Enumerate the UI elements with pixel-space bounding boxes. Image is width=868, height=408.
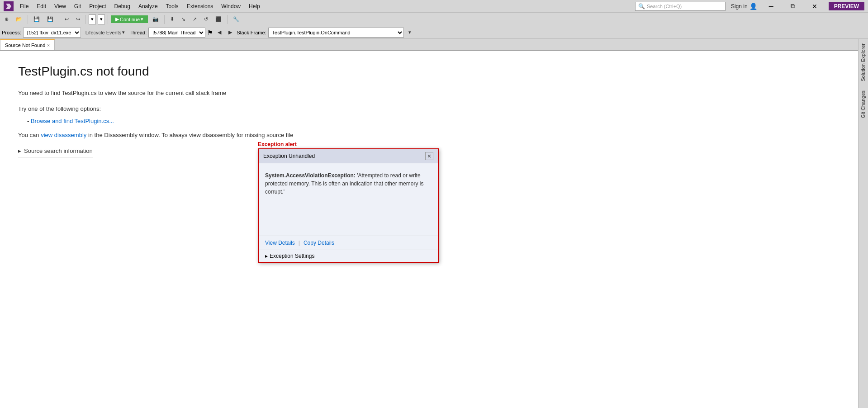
source-not-found-content: TestPlugin.cs not found You need to find… [0, 51, 858, 408]
config-value: ▾ [91, 16, 94, 22]
toolbar-sep-3 [85, 15, 86, 24]
exception-footer: View Details | Copy Details [259, 236, 438, 250]
search-box[interactable]: 🔍 Search (Ctrl+Q) [635, 2, 726, 11]
step-out-btn[interactable]: ↗ [190, 15, 199, 23]
preview-button[interactable]: PREVIEW [829, 2, 864, 10]
menu-window[interactable]: Window [218, 2, 244, 10]
exception-dialog: Exception Unhandled × System.AccessViola… [258, 148, 439, 263]
right-sidebar: Solution Explorer Git Changes [858, 39, 868, 408]
exception-type: System.AccessViolationException: [265, 172, 356, 179]
vs-logo [4, 1, 14, 11]
undo-btn[interactable]: ↩ [62, 15, 71, 23]
toolbar-sep-2 [59, 15, 59, 24]
menu-analyze[interactable]: Analyze [135, 2, 161, 10]
open-btn[interactable]: 📂 [13, 15, 25, 23]
save-all-btn[interactable]: 💾 [44, 15, 56, 23]
toolbar-sep-1 [28, 15, 28, 24]
lifecycle-label: Lifecycle Events [85, 30, 121, 35]
search-placeholder: Search (Ctrl+Q) [647, 4, 682, 9]
disassembly-link[interactable]: view disassembly [41, 132, 86, 138]
editor-area: Source Not Found × TestPlugin.cs not fou… [0, 39, 858, 408]
redo-btn[interactable]: ↪ [73, 15, 83, 23]
tab-label: Source Not Found [5, 43, 45, 48]
exception-body: System.AccessViolationException: 'Attemp… [259, 163, 438, 236]
search-icon: 🔍 [638, 3, 645, 9]
menu-edit[interactable]: Edit [33, 2, 50, 10]
thread-select[interactable]: [5788] Main Thread [148, 28, 205, 38]
stackframe-select[interactable]: TestPlugin.TestPlugin.OnCommand [268, 28, 404, 38]
exception-title-bar: Exception Unhandled × [259, 149, 438, 163]
svg-marker-0 [6, 4, 11, 9]
continue-btn[interactable]: ▶ Continue ▾ [111, 15, 148, 23]
exception-alert-label: Exception alert [258, 141, 439, 147]
debug-tools-btn[interactable]: 🔧 [230, 15, 242, 23]
footer-separator: | [299, 240, 300, 246]
tab-close-btn[interactable]: × [47, 43, 50, 48]
menu-project[interactable]: Project [85, 2, 109, 10]
stack-frame-label: Stack Frame: [237, 30, 266, 35]
exception-settings-toggle[interactable]: ▸ Exception Settings [259, 250, 438, 262]
restore-btn[interactable]: ⧉ [783, 0, 803, 13]
platform-value: ▾ [100, 16, 103, 22]
toolbar-sep-6 [227, 15, 228, 24]
snf-description: You need to find TestPlugin.cs to view t… [18, 90, 840, 96]
stop-btn[interactable]: ⬛ [213, 15, 224, 23]
exception-overlay: Exception alert Exception Unhandled × Sy… [258, 141, 439, 263]
process-select[interactable]: [152] ffxiv_dx11.exe [23, 28, 81, 38]
browse-link[interactable]: Browse and find TestPlugin.cs... [31, 118, 114, 124]
debug-toolbar: Process: [152] ffxiv_dx11.exe Lifecycle … [0, 26, 868, 39]
main-toolbar: ⊕ 📂 💾 💾 ↩ ↪ ▾ ▾ ▶ Continue ▾ 📷 ⬇ ↘ ↗ ↺ ⬛… [0, 13, 868, 26]
source-search-label: Source search information [24, 147, 93, 154]
process-label: Process: [2, 30, 21, 35]
menu-debug[interactable]: Debug [111, 2, 134, 10]
menu-items: File Edit View Git Project Debug Analyze… [16, 2, 635, 10]
view-details-link[interactable]: View Details [265, 240, 295, 246]
menu-tools[interactable]: Tools [162, 2, 182, 10]
tab-bar: Source Not Found × [0, 39, 858, 51]
source-not-found-tab[interactable]: Source Not Found × [0, 39, 55, 50]
close-btn[interactable]: ✕ [804, 0, 825, 13]
toolbar-sep-4 [108, 15, 108, 24]
git-changes-tab[interactable]: Git Changes [859, 86, 868, 123]
next-frame-btn[interactable]: ▶ [226, 28, 235, 36]
menu-help[interactable]: Help [245, 2, 264, 10]
copy-details-link[interactable]: Copy Details [304, 240, 334, 246]
main-area: Source Not Found × TestPlugin.cs not fou… [0, 39, 868, 408]
chevron-down-icon: ▸ [18, 147, 21, 154]
snf-browse-line: - Browse and find TestPlugin.cs... [27, 118, 840, 124]
exception-text: System.AccessViolationException: 'Attemp… [265, 171, 432, 196]
window-controls: ─ ⧉ ✕ [761, 0, 825, 13]
stack-frame-toggle[interactable]: ▾ [406, 28, 414, 36]
minimize-btn[interactable]: ─ [761, 0, 782, 13]
thread-label: Thread: [129, 30, 147, 35]
snf-disassembly-line: You can view disassembly in the Disassem… [18, 132, 840, 138]
exception-close-btn[interactable]: × [425, 152, 433, 160]
disassembly-suffix: in the Disassembly window. To always vie… [86, 132, 293, 138]
prev-frame-btn[interactable]: ◀ [215, 28, 224, 36]
exception-settings-label: Exception Settings [270, 253, 314, 259]
solution-explorer-tab[interactable]: Solution Explorer [859, 39, 868, 86]
menu-bar: File Edit View Git Project Debug Analyze… [0, 0, 868, 13]
save-btn[interactable]: 💾 [31, 15, 43, 23]
step-over-btn[interactable]: ⬇ [167, 15, 177, 23]
source-search-toggle[interactable]: ▸ Source search information [18, 147, 93, 157]
flag-icon: ⚑ [207, 29, 213, 36]
menu-git[interactable]: Git [71, 2, 85, 10]
config-dropdown[interactable]: ▾ [89, 14, 96, 24]
disassembly-prefix: You can [18, 132, 41, 138]
lifecycle-btn[interactable]: Lifecycle Events ▾ [83, 28, 128, 36]
sign-in[interactable]: Sign in [731, 3, 748, 9]
page-title: TestPlugin.cs not found [18, 64, 840, 79]
restart-btn[interactable]: ↺ [201, 15, 211, 23]
toolbar-sep-5 [164, 15, 165, 24]
camera-btn[interactable]: 📷 [150, 15, 161, 23]
step-into-btn[interactable]: ↘ [179, 15, 188, 23]
snf-options-intro: Try one of the following options: [18, 105, 840, 112]
platform-dropdown[interactable]: ▾ [98, 14, 105, 24]
menu-file[interactable]: File [16, 2, 32, 10]
menu-extensions[interactable]: Extensions [183, 2, 217, 10]
new-btn[interactable]: ⊕ [2, 15, 11, 23]
sign-in-icon: 👤 [749, 3, 757, 10]
menu-view[interactable]: View [51, 2, 70, 10]
chevron-right-icon: ▸ [265, 253, 268, 259]
